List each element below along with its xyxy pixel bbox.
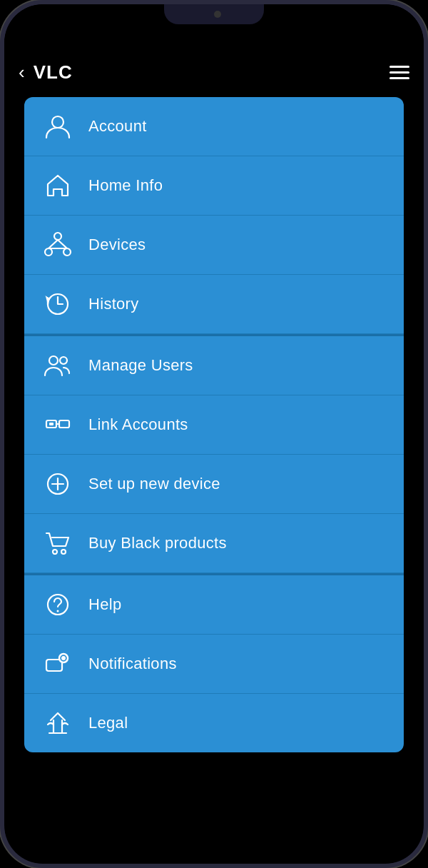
svg-point-23 bbox=[61, 656, 66, 660]
manage-users-icon bbox=[41, 349, 74, 382]
menu-item-manage-users[interactable]: Manage Users bbox=[24, 336, 404, 395]
add-device-icon bbox=[41, 468, 74, 500]
link-accounts-icon bbox=[41, 408, 74, 441]
svg-point-8 bbox=[49, 356, 58, 365]
notifications-label: Notifications bbox=[88, 655, 177, 673]
buy-products-label: Buy Black products bbox=[88, 534, 227, 552]
header-left: ‹ VLC bbox=[19, 61, 73, 84]
hamburger-menu-button[interactable] bbox=[389, 66, 409, 79]
header-title: VLC bbox=[34, 61, 73, 84]
notifications-icon bbox=[41, 647, 74, 680]
svg-rect-11 bbox=[59, 420, 69, 428]
home-icon bbox=[41, 169, 74, 202]
history-icon bbox=[41, 288, 74, 321]
account-icon bbox=[41, 110, 74, 143]
svg-point-9 bbox=[60, 357, 67, 364]
hamburger-line-1 bbox=[389, 66, 409, 68]
menu-item-home-info[interactable]: Home Info bbox=[24, 156, 404, 216]
svg-point-1 bbox=[54, 233, 61, 240]
menu-container: Account Home Info bbox=[24, 97, 404, 752]
link-accounts-label: Link Accounts bbox=[88, 415, 188, 434]
svg-point-3 bbox=[63, 248, 71, 256]
set-up-device-label: Set up new device bbox=[88, 475, 220, 493]
hamburger-line-3 bbox=[389, 77, 409, 79]
devices-label: Devices bbox=[88, 236, 146, 254]
legal-label: Legal bbox=[88, 714, 128, 732]
menu-item-account[interactable]: Account bbox=[24, 97, 404, 156]
menu-item-notifications[interactable]: Notifications bbox=[24, 635, 404, 694]
menu-item-help[interactable]: Help bbox=[24, 575, 404, 635]
notch bbox=[164, 4, 264, 24]
status-bar bbox=[4, 4, 424, 47]
svg-point-17 bbox=[53, 550, 57, 554]
history-label: History bbox=[88, 295, 139, 313]
help-label: Help bbox=[88, 595, 121, 614]
menu-item-set-up-device[interactable]: Set up new device bbox=[24, 455, 404, 514]
menu-item-history[interactable]: History bbox=[24, 275, 404, 334]
help-icon bbox=[41, 588, 74, 621]
legal-icon bbox=[41, 707, 74, 740]
manage-users-label: Manage Users bbox=[88, 356, 193, 375]
svg-point-20 bbox=[57, 610, 59, 612]
svg-point-18 bbox=[61, 550, 66, 554]
menu-item-link-accounts[interactable]: Link Accounts bbox=[24, 395, 404, 455]
phone-screen: ‹ VLC Account bbox=[4, 4, 424, 864]
home-info-label: Home Info bbox=[88, 176, 163, 195]
account-label: Account bbox=[88, 117, 147, 136]
menu-item-buy-products[interactable]: Buy Black products bbox=[24, 514, 404, 573]
phone-frame: ‹ VLC Account bbox=[0, 0, 428, 868]
menu-item-legal[interactable]: Legal bbox=[24, 694, 404, 752]
svg-point-2 bbox=[45, 248, 52, 256]
header: ‹ VLC bbox=[4, 47, 424, 97]
cart-icon bbox=[41, 527, 74, 560]
back-button[interactable]: ‹ bbox=[19, 61, 25, 84]
camera-dot bbox=[214, 11, 221, 18]
svg-line-5 bbox=[58, 240, 67, 248]
devices-icon bbox=[41, 228, 74, 261]
svg-point-0 bbox=[52, 116, 63, 128]
svg-line-4 bbox=[49, 240, 58, 248]
svg-rect-13 bbox=[49, 423, 54, 425]
menu-item-devices[interactable]: Devices bbox=[24, 216, 404, 275]
hamburger-line-2 bbox=[389, 71, 409, 74]
